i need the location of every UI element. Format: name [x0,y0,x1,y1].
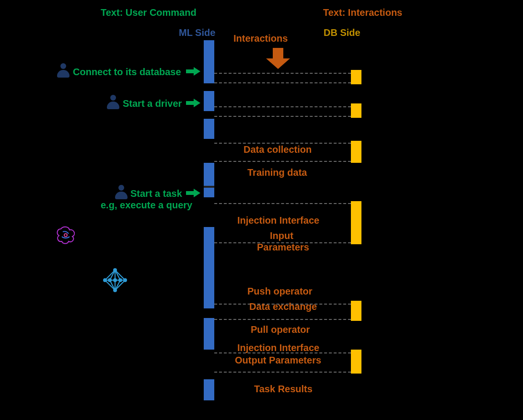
svg-point-14 [124,279,127,282]
label-output-parameters: Output Parameters [235,354,321,366]
label-interactions-mid: Interactions [233,33,288,44]
arrow-right-icon [186,99,200,107]
user-icon [106,95,120,111]
label-input: Input [270,230,293,241]
db-bar-1 [351,70,361,84]
label-push-operator: Push operator [247,285,313,297]
conn-3b [214,161,351,162]
conn-4a [214,203,351,204]
db-bar-2 [351,103,361,118]
ml-bar-1 [204,40,214,83]
db-bar-3 [351,141,361,163]
cmd-connect-db: Connect to its database [73,66,181,78]
arrow-right-icon [186,67,200,76]
conn-1a [214,73,351,74]
label-pull-operator: Pull operator [251,324,310,335]
svg-point-12 [114,289,116,292]
svg-point-13 [104,279,106,282]
cmd-start-task-sub: e.g, execute a query [101,199,192,211]
ml-bar-5 [204,227,214,308]
svg-point-17 [114,279,116,282]
ml-bar-7 [204,379,214,400]
svg-point-16 [119,279,122,282]
label-data-exchange: Data exchange [249,301,317,312]
conn-2a [214,106,351,107]
svg-point-15 [108,279,111,282]
diagram-canvas: Text: User Command Text: Interactions ML… [0,0,523,420]
user-icon [56,63,70,79]
svg-point-0 [64,234,67,237]
db-bar-4 [351,201,361,244]
header-interactions: Text: Interactions [323,7,402,18]
brain-icon [55,225,77,245]
conn-2b [214,116,351,117]
cmd-start-driver: Start a driver [123,98,182,109]
header-user-command: Text: User Command [101,7,197,18]
arrow-right-icon [186,189,200,197]
label-ml-side: ML Side [179,27,215,38]
ml-bar-sep [204,186,214,188]
ml-bar-2 [204,91,214,111]
conn-5b [214,319,351,320]
db-bar-6 [351,350,361,374]
network-icon [103,268,127,292]
svg-point-11 [114,269,116,272]
label-data-collection: Data collection [244,144,312,155]
conn-6b [214,372,351,373]
ml-bar-6 [204,318,214,350]
ml-bar-4 [204,163,214,197]
label-injection-interface: Injection Interface [237,215,319,226]
arrow-down-icon [266,48,290,72]
label-injection-interface-2: Injection Interface [237,342,319,353]
conn-1b [214,82,351,83]
label-task-results: Task Results [254,383,313,395]
db-bar-5 [351,301,361,321]
label-parameters: Parameters [257,241,309,253]
ml-bar-3 [204,119,214,139]
user-icon [114,185,128,201]
cmd-start-task: Start a task [130,188,182,199]
label-training-data: Training data [247,167,307,178]
label-db-side: DB Side [324,27,360,38]
